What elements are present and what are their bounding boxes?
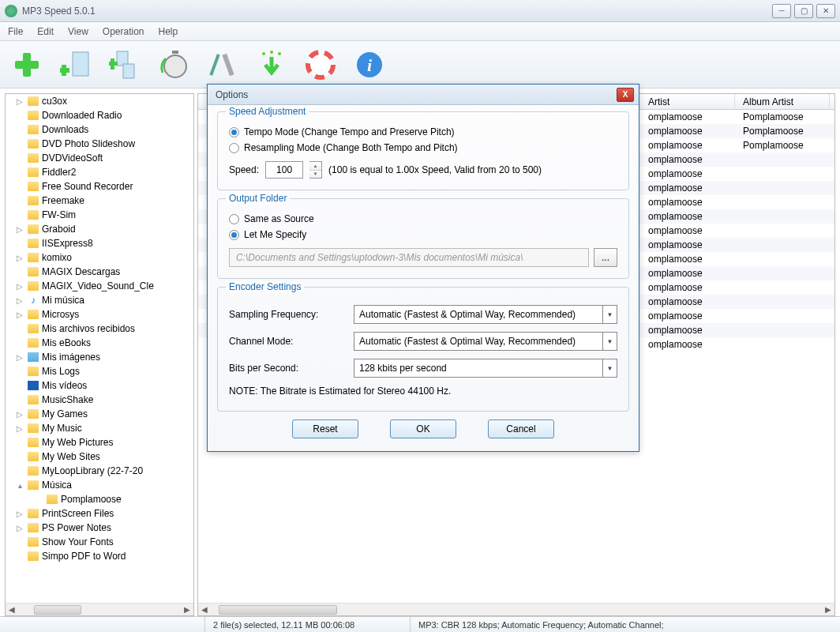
speed-hint: (100 is equal to 1.00x Speed, Valid from… — [328, 164, 542, 175]
tree-item[interactable]: MyLoopLibrary (22-7-20 — [6, 464, 193, 478]
tempo-mode-label: Tempo Mode (Change Tempo and Preserve Pi… — [244, 126, 455, 137]
tree-item[interactable]: Show Your Fonts — [6, 535, 193, 549]
tree-item[interactable]: Mis archivos recibidos — [6, 322, 193, 336]
dialog-close-button[interactable]: X — [617, 88, 634, 102]
tree-item[interactable]: ▷♪Mi música — [6, 293, 193, 307]
dialog-title: Options — [216, 89, 617, 100]
sampling-select[interactable]: Automatic (Fastest & Optimal Way, Recomm… — [354, 305, 617, 324]
tempo-mode-radio[interactable] — [229, 127, 239, 137]
list-hscrollbar[interactable]: ◀▶ — [198, 603, 834, 615]
tree-item[interactable]: MusicShake — [6, 393, 193, 407]
tree-item[interactable]: My Web Pictures — [6, 435, 193, 450]
svg-point-15 — [278, 52, 281, 55]
col-album-artist[interactable]: Album Artist — [735, 94, 830, 110]
tree-item[interactable]: ▷PS Power Notes — [6, 521, 193, 535]
speed-input[interactable]: 100 — [265, 161, 303, 179]
status-selection: 2 file(s) selected, 12.11 MB 00:06:08 — [205, 617, 411, 633]
tree-item[interactable]: ▷My Games — [6, 407, 193, 421]
cancel-button[interactable]: Cancel — [488, 419, 554, 438]
specify-radio[interactable] — [229, 230, 239, 240]
toolbar: i — [0, 41, 840, 88]
resampling-mode-radio[interactable] — [229, 143, 239, 153]
speed-spinner[interactable]: ▲▼ — [309, 161, 322, 179]
maximize-button[interactable]: ▢ — [794, 4, 813, 18]
output-legend: Output Folder — [226, 193, 290, 204]
menu-file[interactable]: File — [8, 26, 23, 37]
options-dialog: Options X Speed Adjustment Tempo Mode (C… — [207, 84, 639, 452]
chevron-down-icon: ▼ — [602, 333, 617, 350]
chevron-down-icon: ▼ — [602, 359, 617, 377]
minimize-button[interactable]: ─ — [772, 4, 791, 18]
speed-legend: Speed Adjustment — [226, 106, 309, 117]
reset-button[interactable]: Reset — [292, 419, 358, 438]
browse-button[interactable]: ... — [594, 248, 617, 267]
same-source-label: Same as Source — [244, 213, 314, 224]
tree-item[interactable]: ▷komixo — [6, 250, 193, 265]
tree-item[interactable]: Free Sound Recorder — [6, 179, 193, 194]
add-folder-button[interactable] — [57, 46, 95, 84]
menu-edit[interactable]: Edit — [37, 26, 54, 37]
tree-item[interactable]: ▷Microsys — [6, 307, 193, 322]
chevron-down-icon: ▼ — [602, 306, 617, 323]
help-lifebuoy-button[interactable] — [302, 46, 339, 84]
tree-item[interactable]: Mis vídeos — [6, 378, 193, 393]
tree-item[interactable]: ▷Mis imágenes — [6, 350, 193, 364]
tree-item[interactable]: Mis eBooks — [6, 336, 193, 350]
tree-item[interactable]: ▴Música — [6, 478, 193, 492]
ok-button[interactable]: OK — [390, 419, 456, 438]
tree-item[interactable]: ▷MAGIX_Video_Sound_Cle — [6, 279, 193, 293]
add-button[interactable] — [8, 46, 46, 84]
menu-operation[interactable]: Operation — [103, 26, 144, 37]
download-button[interactable] — [253, 46, 291, 84]
tree-item[interactable]: Simpo PDF to Word — [6, 549, 193, 563]
tree-item[interactable]: ▷Graboid — [6, 222, 193, 236]
tree-item[interactable]: DVDVideoSoft — [6, 151, 193, 165]
tools-button[interactable] — [204, 46, 242, 84]
tree-item[interactable]: My Web Sites — [6, 450, 193, 464]
info-button[interactable]: i — [351, 46, 388, 84]
svg-point-9 — [164, 55, 186, 77]
channel-select[interactable]: Automatic (Fastest & Optimal Way, Recomm… — [354, 332, 617, 351]
tree-item[interactable]: Mis Logs — [6, 364, 193, 378]
speed-label: Speed: — [229, 164, 259, 175]
output-path-input[interactable]: C:\Documents and Settings\uptodown-3\Mis… — [229, 248, 589, 267]
tree-hscrollbar[interactable]: ◀▶ — [6, 603, 193, 615]
svg-rect-12 — [222, 53, 234, 75]
svg-text:i: i — [367, 55, 373, 75]
tree-item[interactable]: Downloads — [6, 122, 193, 137]
bitrate-note: NOTE: The Bitrate is Estimated for Stere… — [229, 386, 617, 397]
menu-help[interactable]: Help — [159, 26, 178, 37]
sampling-label: Sampling Frequency: — [229, 309, 347, 320]
bits-select[interactable]: 128 kbits per second▼ — [354, 359, 617, 378]
status-format: MP3: CBR 128 kbps; Automatic Frequency; … — [411, 617, 840, 633]
tree-item[interactable]: ▷PrintScreen Files — [6, 506, 193, 521]
tree-item[interactable]: Downloaded Radio — [6, 108, 193, 122]
tree-item[interactable]: Pomplamoose — [6, 492, 193, 506]
folder-tree[interactable]: ▷cu3oxDownloaded RadioDownloadsDVD Photo… — [6, 94, 193, 596]
resampling-mode-label: Resampling Mode (Change Both Tempo and P… — [244, 142, 458, 153]
dialog-titlebar[interactable]: Options X — [208, 85, 639, 105]
svg-rect-6 — [123, 64, 134, 78]
svg-rect-8 — [109, 62, 118, 66]
tree-item[interactable]: ▷cu3ox — [6, 94, 193, 108]
tree-item[interactable]: IISExpress8 — [6, 236, 193, 250]
menubar: File Edit View Operation Help — [0, 22, 840, 41]
tree-item[interactable]: Fiddler2 — [6, 165, 193, 179]
tree-item[interactable]: ▷My Music — [6, 421, 193, 435]
tree-item[interactable]: FW-Sim — [6, 208, 193, 222]
window-buttons: ─ ▢ ✕ — [772, 4, 835, 18]
svg-rect-2 — [73, 52, 88, 76]
same-source-radio[interactable] — [229, 214, 239, 224]
channel-label: Channel Mode: — [229, 336, 347, 347]
svg-rect-4 — [60, 68, 69, 73]
tree-item[interactable]: Freemake — [6, 194, 193, 208]
col-artist[interactable]: Artist — [640, 94, 735, 110]
menu-view[interactable]: View — [68, 26, 88, 37]
close-button[interactable]: ✕ — [816, 4, 835, 18]
svg-rect-10 — [172, 51, 178, 54]
tree-item[interactable]: MAGIX Descargas — [6, 265, 193, 279]
statusbar: 2 file(s) selected, 12.11 MB 00:06:08 MP… — [0, 616, 840, 632]
stopwatch-button[interactable] — [155, 46, 193, 84]
add-files-button[interactable] — [106, 46, 144, 84]
tree-item[interactable]: DVD Photo Slideshow — [6, 137, 193, 151]
